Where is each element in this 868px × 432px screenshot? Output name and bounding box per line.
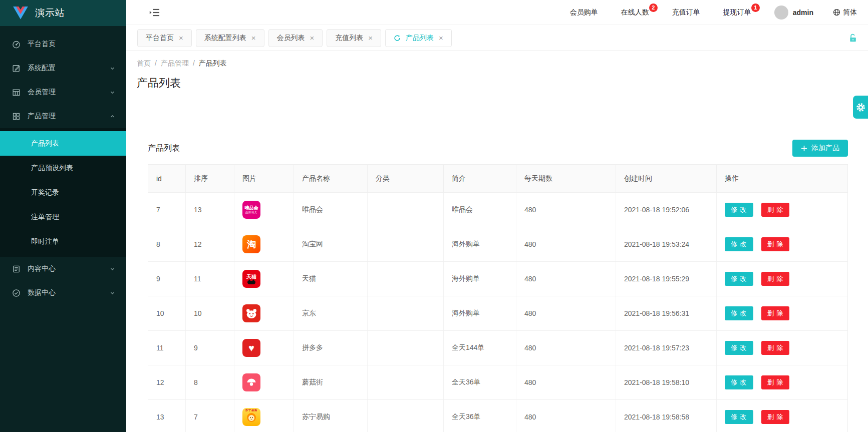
sidebar-subitem[interactable]: 即时注单 <box>0 229 126 254</box>
cell-actions: 修 改删 除 <box>717 296 848 331</box>
dashboard-icon <box>12 40 21 49</box>
sidebar-item-home[interactable]: 平台首页 <box>0 32 126 56</box>
column-header: 创建时间 <box>616 165 717 193</box>
sidebar-item-label: 数据中心 <box>28 288 110 297</box>
delete-button[interactable]: 删 除 <box>761 375 790 389</box>
notification-badge: 1 <box>751 4 760 12</box>
add-product-button[interactable]: 添加产品 <box>792 140 848 157</box>
breadcrumb-item[interactable]: 首页 <box>137 59 151 68</box>
cell-image: 唯品会品牌特卖 <box>234 193 294 227</box>
sidebar-item-label: 内容中心 <box>28 264 110 273</box>
table-body: 713唯品会品牌特卖唯品会唯品会4802021-08-18 19:52:06修 … <box>148 193 848 432</box>
username[interactable]: admin <box>793 9 813 17</box>
tab-充值列表[interactable]: 充值列表× <box>327 29 381 47</box>
close-icon[interactable]: × <box>310 34 315 42</box>
cell-daily-periods: 480 <box>516 193 616 227</box>
brand[interactable]: 演示站 <box>0 0 126 26</box>
delete-button[interactable]: 删 除 <box>761 341 790 355</box>
header-nav-item[interactable]: 充值订单 <box>672 8 700 17</box>
panel-header: 产品列表 添加产品 <box>148 138 848 158</box>
sidebar-item-contentcenter[interactable]: 内容中心 <box>0 257 126 281</box>
breadcrumb-separator: / <box>155 59 157 68</box>
breadcrumb-item: 产品列表 <box>199 59 227 68</box>
circle-check-icon <box>12 289 21 297</box>
cell-id: 9 <box>148 262 186 296</box>
edit-button[interactable]: 修 改 <box>725 375 753 389</box>
column-header: 产品名称 <box>294 165 368 193</box>
sidebar-subitem[interactable]: 注单管理 <box>0 205 126 229</box>
cell-created-at: 2021-08-18 19:58:10 <box>616 365 717 400</box>
edit-button[interactable]: 修 改 <box>725 306 753 320</box>
tab-label: 平台首页 <box>146 34 174 43</box>
header-nav-item[interactable]: 提现订单1 <box>723 8 751 17</box>
cell-image <box>234 365 294 400</box>
delete-button[interactable]: 删 除 <box>761 203 790 217</box>
cell-product-name: 京东 <box>294 296 368 331</box>
cell-image: 天猫 <box>234 262 294 296</box>
pdd-logo: ♥ <box>242 339 260 357</box>
unlock-icon[interactable] <box>848 33 858 43</box>
settings-button[interactable] <box>853 96 868 119</box>
language-selector[interactable]: 简体 <box>833 8 857 17</box>
avatar[interactable] <box>774 6 788 20</box>
sidebar-submenu: 产品列表产品预设列表开奖记录注单管理即时注单 <box>0 128 126 257</box>
tab-label: 系统配置列表 <box>204 34 246 43</box>
cell-id: 7 <box>148 193 186 227</box>
delete-button[interactable]: 删 除 <box>761 272 790 286</box>
cell-product-name: 唯品会 <box>294 193 368 227</box>
sidebar-item-product[interactable]: 产品管理 <box>0 104 126 128</box>
header-nav-item[interactable]: 在线人数2 <box>621 8 649 17</box>
gear-icon <box>856 103 865 112</box>
tab-平台首页[interactable]: 平台首页× <box>137 29 192 47</box>
close-icon[interactable]: × <box>368 34 373 42</box>
globe-icon <box>833 9 840 16</box>
cell-product-name: 拼多多 <box>294 331 368 365</box>
edit-button[interactable]: 修 改 <box>725 272 753 286</box>
cell-created-at: 2021-08-18 19:55:29 <box>616 262 717 296</box>
edit-button[interactable]: 修 改 <box>725 203 753 217</box>
chevron-down-icon <box>110 90 115 95</box>
table-row: 812淘淘宝网海外购单4802021-08-18 19:53:24修 改删 除 <box>148 227 848 262</box>
menu-fold-icon[interactable] <box>149 7 160 18</box>
header-nav-item[interactable]: 会员购单 <box>570 8 598 17</box>
close-icon[interactable]: × <box>179 34 183 42</box>
edit-button[interactable]: 修 改 <box>725 341 753 355</box>
sidebar-item-datacenter[interactable]: 数据中心 <box>0 281 126 305</box>
delete-button[interactable]: 删 除 <box>761 237 790 251</box>
plus-icon <box>801 145 807 152</box>
sidebar-subitem[interactable]: 产品列表 <box>0 131 126 156</box>
mogujie-logo <box>242 373 260 391</box>
edit-button[interactable]: 修 改 <box>725 410 753 424</box>
edit-button[interactable]: 修 改 <box>725 237 753 251</box>
column-header: 分类 <box>368 165 444 193</box>
column-header: id <box>148 165 186 193</box>
sidebar-item-system[interactable]: 系统配置 <box>0 56 126 80</box>
breadcrumb: 首页/产品管理/产品列表 <box>137 59 858 68</box>
breadcrumb-item[interactable]: 产品管理 <box>161 59 189 68</box>
logo-subtext: 品牌特卖 <box>245 211 257 214</box>
cell-created-at: 2021-08-18 19:53:24 <box>616 227 717 262</box>
tab-bar: 平台首页×系统配置列表×会员列表×充值列表×产品列表× <box>126 25 868 51</box>
delete-button[interactable]: 删 除 <box>761 410 790 424</box>
close-icon[interactable]: × <box>439 34 443 42</box>
cell-sort: 9 <box>186 331 234 365</box>
sidebar-subitem[interactable]: 开奖记录 <box>0 180 126 205</box>
cell-intro: 唯品会 <box>444 193 516 227</box>
breadcrumb-separator: / <box>193 59 195 68</box>
brand-name: 演示站 <box>35 7 65 20</box>
sidebar-subitem[interactable]: 产品预设列表 <box>0 156 126 180</box>
sidebar-item-member[interactable]: 会员管理 <box>0 80 126 104</box>
cell-id: 13 <box>148 400 186 432</box>
column-header: 简介 <box>444 165 516 193</box>
cell-actions: 修 改删 除 <box>717 400 848 432</box>
delete-button[interactable]: 删 除 <box>761 306 790 320</box>
language-label: 简体 <box>843 8 857 17</box>
tab-会员列表[interactable]: 会员列表× <box>268 29 323 47</box>
cell-category <box>368 296 444 331</box>
tab-系统配置列表[interactable]: 系统配置列表× <box>196 29 264 47</box>
header-user: admin 简体 <box>774 6 857 20</box>
cell-sort: 8 <box>186 365 234 400</box>
close-icon[interactable]: × <box>251 34 256 42</box>
cell-actions: 修 改删 除 <box>717 193 848 227</box>
tab-产品列表[interactable]: 产品列表× <box>385 29 452 47</box>
